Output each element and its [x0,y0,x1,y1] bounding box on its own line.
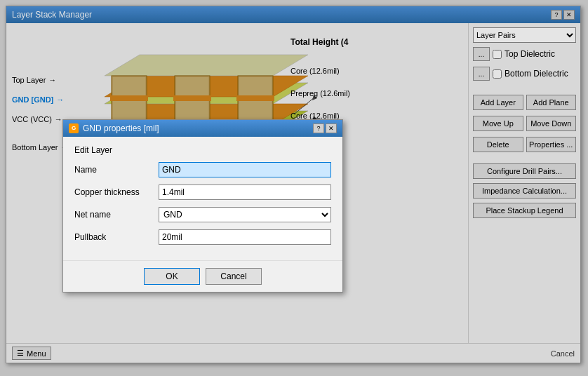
pullback-input[interactable] [159,229,331,245]
name-label: Name [74,165,159,175]
dialog-content: Edit Layer Name Copper thickness Net nam… [63,137,342,260]
dialog-title-bar: G GND properties [mil] ? ✕ [63,120,342,137]
net-label: Net name [74,210,159,220]
copper-label: Copper thickness [74,187,159,197]
dialog-title-left: G GND properties [mil] [69,123,159,133]
net-select[interactable]: GND [159,207,331,222]
copper-field-row: Copper thickness [74,184,331,200]
main-window: Layer Stack Manager ? ✕ [6,6,581,363]
section-label: Edit Layer [74,145,331,155]
dialog-title-buttons: ? ✕ [313,123,337,133]
dialog-icon: G [69,123,79,133]
name-input[interactable] [159,162,331,177]
dialog-close-button[interactable]: ✕ [326,123,337,133]
name-field-row: Name [74,162,331,177]
modal-overlay: G GND properties [mil] ? ✕ Edit Layer Na… [6,6,580,363]
gnd-properties-dialog: G GND properties [mil] ? ✕ Edit Layer Na… [62,119,343,293]
pullback-field-row: Pullback [74,229,331,245]
cancel-button[interactable]: Cancel [206,268,262,285]
dialog-buttons: OK Cancel [63,260,342,292]
copper-input[interactable] [159,184,331,200]
pullback-label: Pullback [74,232,159,242]
net-field-row: Net name GND [74,207,331,222]
ok-button[interactable]: OK [144,268,200,285]
dialog-title: GND properties [mil] [83,123,159,133]
dialog-help-button[interactable]: ? [313,123,324,133]
